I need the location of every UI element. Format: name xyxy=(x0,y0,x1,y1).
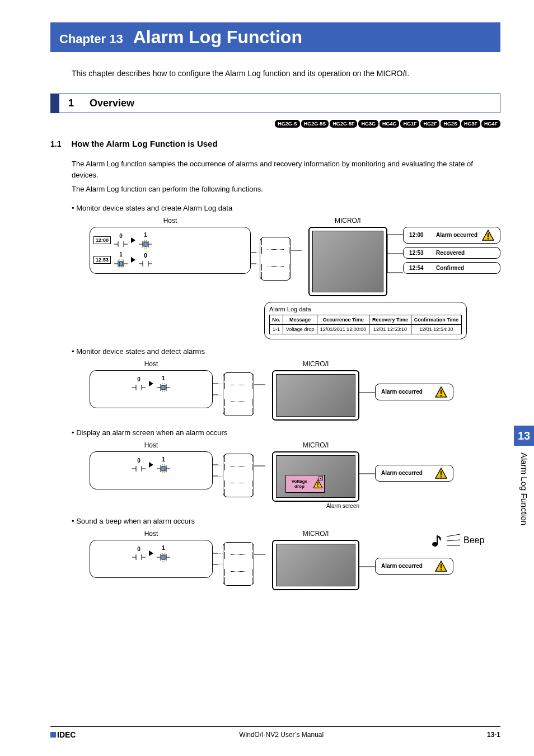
rack-icon xyxy=(223,454,254,497)
alarm-log-data-box: Alarm Log data No. Message Occurrence Ti… xyxy=(264,302,467,339)
bullet-item: Display an alarm screen when an alarm oc… xyxy=(72,428,500,437)
svg-point-49 xyxy=(162,391,163,392)
svg-rect-93 xyxy=(162,555,165,559)
micro-label: MICRO/I xyxy=(272,530,359,538)
page-footer: IDEC WindO/I-NV2 User’s Manual 13-1 xyxy=(50,726,500,739)
sound-lines-icon xyxy=(446,533,461,548)
host-box: 12:00 0 1 12:53 1 xyxy=(90,227,251,274)
svg-point-59 xyxy=(441,395,442,396)
state-number: 0 xyxy=(137,458,140,464)
table-row: 1-1 Voltage drop 12/01/2011 12:00:00 12/… xyxy=(270,324,462,334)
state-number: 0 xyxy=(144,253,147,259)
svg-point-47 xyxy=(162,383,163,384)
arrow-icon xyxy=(149,381,153,386)
svg-point-50 xyxy=(164,391,165,392)
diagram-2: Host 0 1 ⋯ ⋯ xyxy=(90,360,500,421)
connector-line: ⋯ ⋯ xyxy=(213,538,223,582)
chapter-title: Alarm Log Function xyxy=(133,27,302,48)
svg-point-80 xyxy=(317,486,318,487)
badge: HG1F xyxy=(400,120,419,128)
warning-icon xyxy=(435,561,447,572)
badge: HG2F xyxy=(420,120,439,128)
svg-point-108 xyxy=(441,569,442,570)
callout-text: Alarm occurred xyxy=(381,563,423,569)
table-header: Confirmation Time xyxy=(411,315,461,324)
table-cell: 12/01 12:53:10 xyxy=(369,324,411,334)
callout: Alarm occurred xyxy=(375,465,453,482)
svg-point-84 xyxy=(441,476,442,477)
warning-icon xyxy=(435,468,447,479)
micro-device: × Voltage drop xyxy=(272,451,359,502)
badge: HG3F xyxy=(461,120,480,128)
table-cell: 1-1 xyxy=(270,324,283,334)
svg-text:⋯: ⋯ xyxy=(219,463,223,467)
diagram-4: Host 0 1 ⋯ ⋯ xyxy=(90,530,500,590)
diagram-3: Host 0 1 ⋯ ⋯ xyxy=(90,441,500,509)
state-number: 1 xyxy=(144,232,147,238)
side-tab: 13 Alarm Log Function xyxy=(514,426,534,525)
callout: Alarm occurred xyxy=(375,384,453,400)
callout: 12:54 Confirmed xyxy=(403,262,500,274)
svg-text:⋯: ⋯ xyxy=(219,563,223,567)
connector-line xyxy=(254,368,265,413)
table-header: Message xyxy=(283,315,317,324)
bullet-item: Monitor device states and create Alarm L… xyxy=(72,204,500,212)
contact-closed-icon xyxy=(114,259,128,269)
micro-label: MICRO/I xyxy=(308,217,388,225)
state-number: 0 xyxy=(137,546,140,552)
intro-paragraph: This chapter describes how to configure … xyxy=(72,69,500,78)
subsection-title: How the Alarm Log Function is Used xyxy=(71,139,217,148)
svg-point-96 xyxy=(162,561,163,562)
svg-point-95 xyxy=(164,553,165,554)
svg-text:⋯: ⋯ xyxy=(219,382,223,386)
model-badges: HG2G-S HG2G-5S HG2G-5F HG3G HG4G HG1F HG… xyxy=(50,120,500,128)
state-number: 1 xyxy=(162,456,165,463)
svg-point-18 xyxy=(119,259,120,260)
svg-rect-46 xyxy=(162,385,165,390)
contact-open-icon xyxy=(114,240,128,248)
host-label: Host xyxy=(90,441,213,449)
connector-line xyxy=(254,449,265,494)
contact-open-icon xyxy=(132,553,146,561)
svg-point-20 xyxy=(119,267,120,268)
callout: 12:00 Alarm occurred xyxy=(403,227,500,244)
alarm-log-table: No. Message Occurrence Time Recovery Tim… xyxy=(269,315,462,334)
diagram-1: Host 12:00 0 1 12:5 xyxy=(90,217,500,339)
svg-point-9 xyxy=(144,240,145,241)
contact-open-icon xyxy=(132,384,146,391)
callout: 12:53 Recovered xyxy=(403,247,500,259)
table-cell: 12/01 12:54:30 xyxy=(411,324,461,334)
callout-time: 12:00 xyxy=(409,232,432,238)
state-number: 0 xyxy=(137,376,140,382)
host-label: Host xyxy=(90,217,251,225)
callout-text: Recovered xyxy=(436,250,465,256)
micro-device xyxy=(308,227,388,296)
micro-device xyxy=(272,540,359,590)
svg-point-97 xyxy=(164,561,165,562)
svg-point-37 xyxy=(488,238,489,239)
warning-icon xyxy=(482,230,494,241)
table-cell: Voltage drop xyxy=(283,324,317,334)
bullet-item: Sound a beep when an alarm occurs xyxy=(72,517,500,525)
section-title: Overview xyxy=(90,97,134,109)
time-tag: 12:53 xyxy=(93,256,111,264)
state-number: 1 xyxy=(162,545,165,551)
bullet-item: Monitor device states and detect alarms xyxy=(72,347,500,356)
connector-line xyxy=(254,538,265,582)
beep-label-group: Beep xyxy=(431,533,484,548)
warning-icon xyxy=(435,386,447,398)
chapter-label: Chapter 13 xyxy=(59,32,123,46)
arrow-icon xyxy=(131,257,135,263)
popup-text: Voltage drop xyxy=(287,479,312,489)
table-header: Occurrence Time xyxy=(317,315,369,324)
state-number: 0 xyxy=(119,233,123,239)
badge: HG4F xyxy=(481,120,500,128)
state-number: 1 xyxy=(119,251,123,258)
svg-point-19 xyxy=(121,259,123,260)
micro-label: MICRO/I xyxy=(272,360,359,368)
contact-closed-icon xyxy=(157,464,170,474)
contact-open-icon xyxy=(139,260,152,268)
alarm-screen-label: Alarm screen xyxy=(272,503,359,509)
host-box: 0 1 xyxy=(90,451,213,489)
svg-point-12 xyxy=(146,248,147,249)
